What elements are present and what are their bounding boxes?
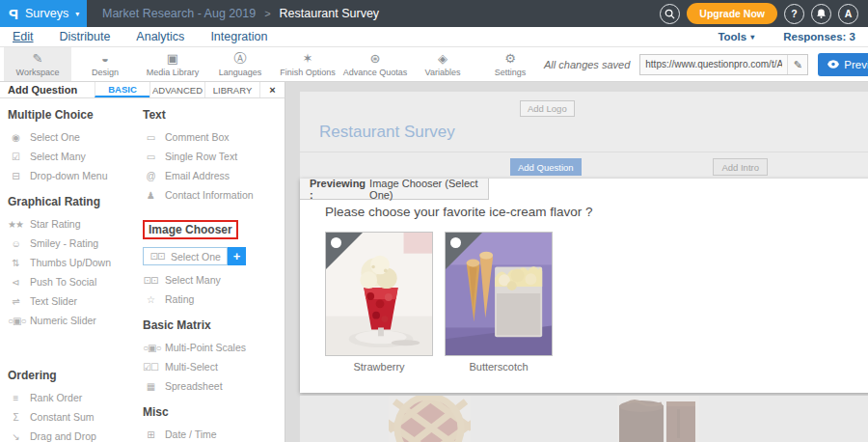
cherry-lattice-pie-image — [389, 396, 471, 442]
slider-icon: ⇌ — [8, 296, 23, 307]
surveys-nav-label: Surveys — [25, 7, 68, 20]
qtype-multi-select[interactable]: ☑☐ Multi-Select — [143, 361, 280, 373]
image-option-butterscotch[interactable] — [445, 232, 553, 356]
notifications-button[interactable] — [811, 4, 831, 24]
checkbox-list-icon: ☑ — [8, 152, 23, 162]
image-frames-icon: ⊡⊡ — [143, 275, 158, 286]
calendar-icon: ⊞ — [143, 429, 158, 440]
survey-url-input[interactable] — [640, 59, 787, 69]
qtype-comment-box[interactable]: ▭ Comment Box — [143, 131, 280, 143]
radio-list-icon: ◉ — [8, 132, 23, 143]
previewing-tab: Previewing : Image Chooser (Select One) — [300, 179, 489, 200]
option-radio-button[interactable] — [331, 237, 341, 248]
image-select-one-box[interactable]: ⊡⊡ Select One — [143, 247, 228, 265]
section-basic-matrix: Basic Matrix — [143, 318, 280, 332]
toolbar-item-variables[interactable]: ◈ Variables — [409, 47, 476, 81]
qtype-rank-order[interactable]: ≡ Rank Order — [8, 392, 143, 403]
breadcrumb: Market Research - Aug 2019 > Restaurant … — [102, 7, 379, 20]
qtype-contact-information[interactable]: ♟ Contact Information — [143, 189, 280, 201]
edit-url-icon[interactable]: ✎ — [787, 55, 807, 74]
toolbar-item-languages[interactable]: Ⓐ Languages — [206, 47, 274, 81]
qtype-drag-and-drop[interactable]: ↘ Drag and Drop — [8, 430, 143, 442]
qtype-select-many[interactable]: ☑ Select Many — [8, 151, 143, 162]
person-icon: ♟ — [143, 190, 158, 201]
close-icon[interactable]: × — [259, 82, 285, 97]
question-type-column-1: Multiple Choice ◉ Select One ☑ Select Ma… — [8, 102, 143, 442]
qtype-numeric-slider[interactable]: ○▣○ Numeric Slider — [8, 315, 143, 326]
toolbar-item-media-library[interactable]: ▣ Media Library — [139, 47, 206, 81]
question-text: Please choose your favorite ice-cream fl… — [325, 205, 593, 219]
avatar[interactable]: A — [838, 4, 858, 24]
previewing-label: Previewing : — [310, 178, 366, 201]
tag-icon: ◈ — [438, 52, 448, 65]
qtype-text-slider[interactable]: ⇌ Text Slider — [8, 295, 143, 307]
tab-advanced[interactable]: ADVANCED — [149, 82, 204, 97]
at-sign-icon: @ — [143, 171, 158, 181]
toolbar-item-advance-quotas[interactable]: ⊛ Advance Quotas — [341, 47, 409, 81]
workspace-icon: ✎ — [33, 52, 43, 65]
tab-basic[interactable]: BASIC — [95, 82, 149, 97]
qtype-spreadsheet[interactable]: ▦ Spreadsheet — [143, 380, 280, 392]
responses-link[interactable]: Responses: 3 — [783, 31, 855, 42]
help-button[interactable]: ? — [784, 4, 804, 24]
tab-distribute[interactable]: Distribute — [60, 30, 111, 43]
breadcrumb-parent[interactable]: Market Research - Aug 2019 — [102, 7, 256, 20]
qtype-multi-point-scales[interactable]: ○▣○ Multi-Point Scales — [143, 342, 280, 353]
next-question-dimmed-area — [300, 396, 868, 442]
add-question-type-button[interactable]: + — [228, 247, 246, 265]
multi-point-icon: ○▣○ — [143, 343, 158, 353]
image-frames-icon: ⊡⊡ — [149, 251, 165, 262]
qtype-dropdown-menu[interactable]: ⊟ Drop-down Menu — [8, 170, 143, 181]
toolbar-item-workspace[interactable]: ✎ Workspace — [4, 47, 71, 81]
search-button[interactable] — [660, 4, 680, 24]
section-ordering: Ordering — [8, 369, 143, 382]
questionpro-survey-editor: P Surveys ▾ Market Research - Aug 2019 >… — [0, 0, 868, 442]
qtype-star-rating[interactable]: ★★ Star Rating — [8, 218, 143, 230]
toolbar-item-finish-options[interactable]: ✶ Finish Options — [274, 47, 341, 81]
tab-analytics[interactable]: Analytics — [136, 30, 184, 43]
qtype-email-address[interactable]: @ Email Address — [143, 170, 280, 181]
quotas-icon: ⊛ — [370, 52, 381, 65]
breadcrumb-separator: > — [264, 8, 270, 19]
upgrade-now-button[interactable]: Upgrade Now — [687, 3, 777, 24]
qtype-thumbs-up-down[interactable]: ⇅ Thumbs Up/Down — [8, 257, 143, 268]
translate-icon: Ⓐ — [234, 52, 247, 65]
qtype-smiley-rating[interactable]: ☺ Smiley - Rating — [8, 237, 143, 249]
qtype-select-one[interactable]: ◉ Select One — [8, 131, 143, 143]
tools-menu[interactable]: Tools ▾ — [718, 31, 754, 42]
qtype-image-rating[interactable]: ☆ Rating — [143, 293, 280, 305]
add-question-button[interactable]: Add Question — [510, 158, 582, 176]
panel-title: Add Question — [0, 82, 95, 97]
multi-select-icon: ☑☐ — [143, 362, 158, 373]
qtype-push-to-social[interactable]: ⊲ Push To Social — [8, 276, 143, 288]
surveys-nav-menu[interactable]: P Surveys ▾ — [0, 0, 87, 27]
tab-library[interactable]: LIBRARY — [204, 82, 259, 97]
menu-bar: Edit Distribute Analytics Integration To… — [0, 27, 868, 47]
survey-title[interactable]: Restaurant Survey — [319, 123, 455, 142]
toolbar-item-settings[interactable]: ⚙ Settings — [476, 47, 544, 81]
section-graphical-rating: Graphical Rating — [8, 195, 143, 208]
image-option-strawberry[interactable] — [325, 232, 433, 356]
qtype-image-select-many[interactable]: ⊡⊡ Select Many — [143, 274, 280, 286]
qtype-image-select-one[interactable]: ⊡⊡ Select One + — [143, 247, 280, 265]
tab-edit[interactable]: Edit — [13, 30, 34, 43]
tab-integration[interactable]: Integration — [210, 30, 267, 43]
stars-icon: ★★ — [8, 219, 23, 230]
toolbar-item-design[interactable]: ◒ Design — [71, 47, 139, 81]
text-field-icon: ▭ — [143, 152, 158, 162]
tools-label: Tools — [718, 31, 746, 42]
previewing-value: Image Chooser (Select One) — [369, 178, 488, 201]
qtype-single-row-text[interactable]: ▭ Single Row Text — [143, 151, 280, 162]
smiley-icon: ☺ — [8, 238, 23, 249]
save-status: All changes saved — [544, 59, 630, 70]
qtype-constant-sum[interactable]: Σ Constant Sum — [8, 411, 143, 423]
add-question-header: Add Question BASIC ADVANCED LIBRARY × — [0, 82, 285, 98]
topbar-actions: Upgrade Now ? A — [660, 3, 868, 24]
menu-right: Tools ▾ Responses: 3 — [718, 31, 855, 42]
add-logo-button[interactable]: Add Logo — [520, 100, 575, 117]
qtype-date-time[interactable]: ⊞ Date / Time — [143, 428, 280, 440]
search-icon — [665, 9, 675, 19]
add-intro-button[interactable]: Add Intro — [713, 158, 768, 176]
preview-button[interactable]: Preview — [818, 53, 868, 76]
option-radio-button[interactable] — [450, 237, 461, 248]
